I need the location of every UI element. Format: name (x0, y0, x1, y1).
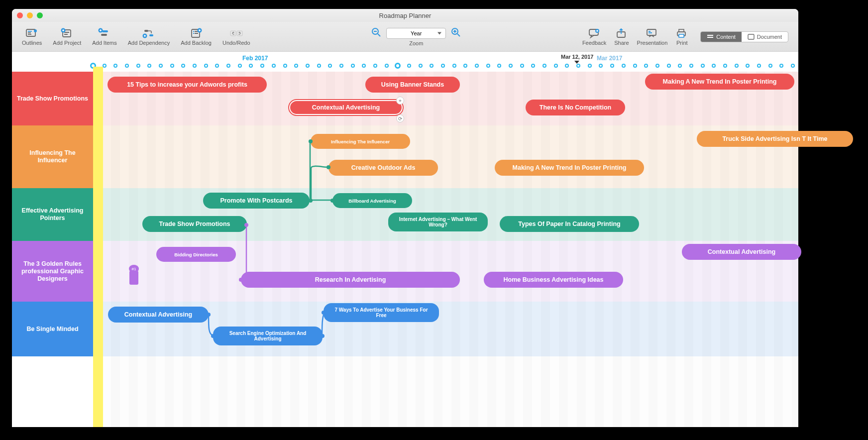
timeline-tick (159, 64, 163, 68)
timeline-tick (497, 64, 501, 68)
zoom-out-icon[interactable] (371, 27, 381, 39)
timeline-tick (193, 64, 197, 68)
milestone-1[interactable]: #1 (129, 271, 138, 285)
connector-dot (322, 311, 326, 315)
feedback-label: Feedback (582, 40, 606, 46)
selection-handle-link[interactable]: ⟳ (396, 114, 404, 122)
seg-content-button[interactable]: Content (701, 32, 742, 42)
zoom-select[interactable]: Year (386, 28, 446, 39)
timeline-tick (565, 64, 569, 68)
print-button[interactable]: Print (675, 28, 688, 46)
add-dependency-label: Add Dependency (128, 40, 170, 46)
timeline-tick (260, 64, 264, 68)
toolbar: Outlines Add Project Add Items Add Depen… (12, 22, 798, 52)
timeline-tick (701, 64, 705, 68)
timeline-tick (113, 64, 117, 68)
presentation-button[interactable]: Presentation (637, 28, 668, 46)
item-trade-show-promo[interactable]: Trade Show Promotions (142, 216, 247, 232)
minimize-button[interactable] (27, 12, 33, 18)
item-15-tips[interactable]: 15 Tips to increase your Adwords profits (108, 77, 267, 93)
item-contextual-selected[interactable]: Contextual Advertising (289, 100, 403, 115)
timeline-tick (520, 64, 524, 68)
timeline-tick (136, 64, 140, 68)
timeline-tick (125, 64, 129, 68)
svg-rect-22 (237, 31, 242, 36)
month-feb-label: Feb 2017 (242, 55, 268, 62)
print-icon (675, 28, 688, 39)
zoom-group: Year Zoom (371, 27, 461, 46)
connector-dot (326, 165, 330, 169)
timeline-tick (317, 64, 321, 68)
add-dependency-button[interactable]: Add Dependency (128, 28, 170, 46)
item-seven-ways[interactable]: 7 Ways To Advertise Your Business For Fr… (324, 303, 439, 322)
timeline-tick (779, 64, 783, 68)
item-home-biz[interactable]: Home Business Advertising Ideas (484, 272, 623, 288)
timeline-tick (667, 64, 671, 68)
timeline-tick (306, 64, 310, 68)
outlines-button[interactable]: Outlines (22, 28, 42, 46)
add-project-button[interactable]: Add Project (53, 28, 81, 46)
close-button[interactable] (17, 12, 23, 18)
item-internet-adv[interactable]: Internet Advertising – What Went Wrong? (388, 213, 488, 231)
undo-redo-button[interactable]: Undo/Redo (222, 28, 250, 46)
item-billboard[interactable]: Billboard Advertising (332, 193, 412, 208)
feedback-icon (588, 28, 601, 39)
add-items-button[interactable]: Add Items (92, 28, 117, 46)
add-backlog-icon (190, 28, 203, 39)
item-new-trend-2[interactable]: Making A New Trend In Poster Printing (495, 160, 644, 176)
selection-handle-add[interactable]: + (396, 97, 404, 105)
svg-rect-10 (101, 34, 107, 36)
item-types-paper[interactable]: Types Of Paper In Catalog Printing (500, 216, 639, 232)
timeline-tick (226, 64, 230, 68)
timeline-tick (554, 64, 558, 68)
svg-rect-38 (679, 34, 684, 37)
timeline-tick (283, 64, 287, 68)
presentation-label: Presentation (637, 40, 668, 46)
item-new-trend-1[interactable]: Making A New Trend In Poster Printing (645, 74, 794, 90)
timeline-tick (395, 63, 401, 69)
timeline-tick (441, 64, 445, 68)
timeline-tick (339, 64, 343, 68)
item-seo-adv[interactable]: Search Engine Optimization And Advertisi… (213, 327, 323, 345)
svg-rect-3 (28, 34, 31, 35)
timeline-tick (633, 64, 637, 68)
share-button[interactable]: Share (614, 28, 629, 46)
item-no-competition[interactable]: There Is No Competition (526, 100, 625, 115)
timeline-ticks (93, 64, 798, 70)
item-bidding-dir[interactable]: Bidding Directories (156, 247, 236, 262)
add-backlog-button[interactable]: Add Backlog (181, 28, 212, 46)
timeline-tick (272, 64, 276, 68)
print-label: Print (676, 40, 688, 46)
connector-dot (211, 334, 215, 338)
month-mar-label: Mar 2017 (597, 55, 622, 62)
item-banner-stands[interactable]: Using Banner Stands (365, 77, 460, 93)
zoom-label: Zoom (409, 40, 423, 46)
svg-rect-1 (28, 31, 32, 32)
timeline-tick (486, 64, 490, 68)
titlebar[interactable]: Roadmap Planner (12, 9, 798, 22)
item-promote-postcards[interactable]: Promote With Postcards (203, 193, 310, 209)
zoom-in-icon[interactable] (451, 27, 461, 39)
add-project-label: Add Project (53, 40, 81, 46)
item-research-adv[interactable]: Research In Advertising (241, 272, 460, 288)
seg-content-label: Content (716, 34, 736, 40)
item-truck-side[interactable]: Truck Side Advertising Isn T It Time (697, 131, 853, 147)
item-contextual-blue[interactable]: Contextual Advertising (108, 307, 209, 323)
timeline-tick (791, 64, 795, 68)
item-influencing-small[interactable]: Influencing The Influencer (311, 134, 410, 149)
view-segmented: Content Document (700, 31, 788, 42)
roadmap-canvas[interactable]: Feb 2017 Mar 12, 2017 Mar 2017 Trade Sho… (12, 52, 798, 427)
fullscreen-button[interactable] (37, 12, 43, 18)
add-items-label: Add Items (92, 40, 117, 46)
timeline-tick (655, 64, 659, 68)
item-contextual-purple[interactable]: Contextual Advertising (682, 244, 801, 260)
seg-document-button[interactable]: Document (742, 32, 788, 42)
feedback-button[interactable]: Feedback (582, 28, 606, 46)
swimlane-5-label: Be Single Minded (12, 302, 93, 356)
item-creative-outdoor[interactable]: Creative Outdoor Ads (328, 160, 438, 176)
timeline-tick (249, 64, 253, 68)
svg-rect-37 (679, 29, 684, 32)
connector-dot (239, 278, 243, 282)
timeline-tick (204, 64, 208, 68)
timeline-tick (351, 64, 355, 68)
